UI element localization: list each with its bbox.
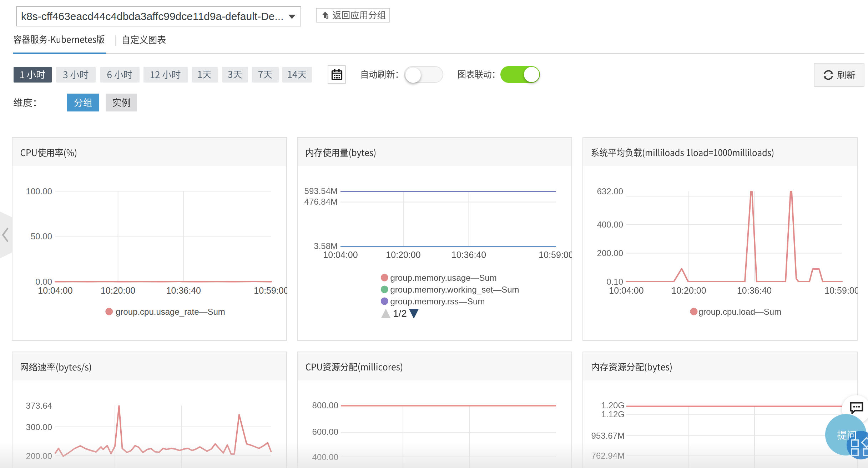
- svg-text:200.00: 200.00: [597, 248, 623, 258]
- svg-text:632.00: 632.00: [597, 186, 623, 196]
- svg-text:400.00: 400.00: [312, 452, 338, 462]
- svg-text:10:04:00: 10:04:00: [323, 250, 358, 260]
- svg-text:593.54M: 593.54M: [304, 186, 338, 196]
- svg-text:group.cpu.load—Sum: group.cpu.load—Sum: [698, 307, 781, 317]
- svg-text:10:36:40: 10:36:40: [166, 285, 201, 295]
- svg-text:300.00: 300.00: [26, 422, 52, 432]
- svg-text:476.84M: 476.84M: [304, 197, 338, 206]
- svg-text:1.20G: 1.20G: [601, 400, 625, 410]
- svg-text:10:59:00: 10:59:00: [824, 285, 858, 295]
- svg-text:10:04:00: 10:04:00: [38, 285, 72, 295]
- svg-text:953.67M: 953.67M: [591, 431, 625, 440]
- svg-text:group.cpu.usage_rate—Sum: group.cpu.usage_rate—Sum: [116, 307, 225, 317]
- svg-text:10:36:40: 10:36:40: [737, 285, 772, 295]
- svg-text:1/2: 1/2: [393, 308, 407, 319]
- svg-text:10:20:00: 10:20:00: [671, 285, 706, 295]
- svg-text:group.memory.usage—Sum: group.memory.usage—Sum: [390, 273, 497, 283]
- svg-text:600.00: 600.00: [312, 427, 338, 437]
- svg-text:373.64: 373.64: [26, 401, 52, 410]
- svg-text:10:20:00: 10:20:00: [101, 285, 135, 295]
- svg-text:group.memory.working_set—Sum: group.memory.working_set—Sum: [390, 285, 519, 294]
- svg-text:400.00: 400.00: [597, 220, 623, 229]
- svg-text:10:04:00: 10:04:00: [609, 285, 644, 295]
- svg-text:200.00: 200.00: [26, 451, 52, 461]
- svg-text:1.12G: 1.12G: [601, 409, 625, 419]
- svg-text:10:36:40: 10:36:40: [451, 250, 486, 260]
- svg-text:50.00: 50.00: [31, 231, 52, 241]
- svg-text:10:59:00: 10:59:00: [539, 250, 572, 260]
- svg-text:100.00: 100.00: [26, 186, 52, 196]
- svg-text:10:59:00: 10:59:00: [254, 285, 287, 295]
- svg-text:10:20:00: 10:20:00: [386, 250, 420, 260]
- svg-text:762.94M: 762.94M: [591, 451, 625, 460]
- svg-text:800.00: 800.00: [312, 400, 338, 410]
- svg-text:group.memory.rss—Sum: group.memory.rss—Sum: [390, 297, 485, 306]
- svg-text:0.10: 0.10: [606, 277, 623, 287]
- svg-text:0.00: 0.00: [35, 277, 52, 287]
